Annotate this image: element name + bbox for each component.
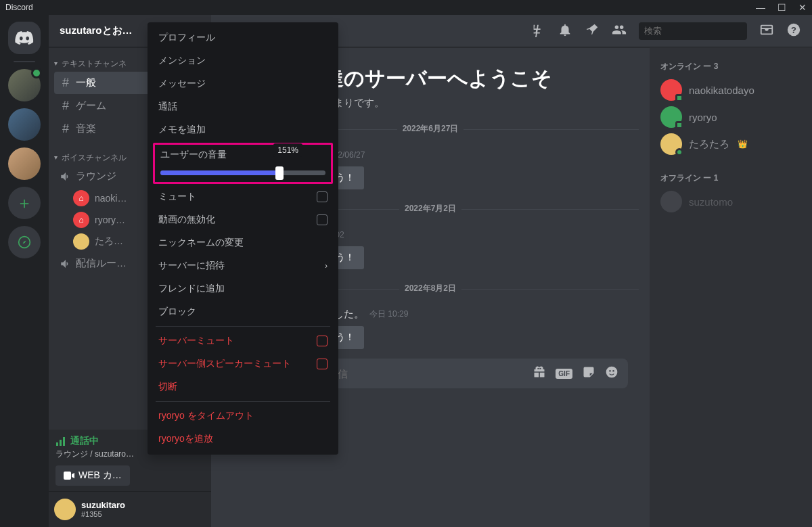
compass-icon (18, 235, 31, 249)
svg-rect-1 (56, 442, 58, 446)
svg-rect-2 (60, 440, 62, 446)
checkbox-icon (317, 336, 328, 346)
ctx-timeout[interactable]: ryoryo をタイムアウト (153, 405, 333, 428)
hash-icon: # (60, 76, 72, 90)
ctx-add-note[interactable]: メモを追加 (153, 118, 333, 141)
server-list: ＋ (0, 15, 49, 527)
ctx-server-mute[interactable]: サーバーミュート (153, 329, 333, 352)
maximize-icon[interactable]: ☐ (777, 2, 786, 13)
member-item[interactable]: たろたろ👑 (655, 131, 807, 158)
crown-icon: 👑 (738, 139, 748, 149)
video-button[interactable]: WEB カ… (55, 465, 130, 486)
server-separator (14, 61, 35, 62)
emoji-icon[interactable] (605, 365, 618, 382)
self-tag: #1355 (81, 510, 125, 518)
avatar (660, 191, 682, 212)
ctx-mute[interactable]: ミュート (153, 185, 333, 208)
status-online-icon (675, 148, 683, 156)
camera-icon (64, 472, 74, 480)
server-item[interactable] (8, 147, 41, 180)
inbox-icon[interactable] (759, 22, 774, 39)
svg-text:?: ? (791, 25, 796, 35)
gift-icon[interactable] (533, 365, 546, 382)
sticker-icon[interactable] (582, 365, 595, 382)
ctx-user-volume[interactable]: ユーザーの音量 151% (153, 143, 333, 184)
self-username: suzukitaro (81, 501, 125, 510)
gif-button[interactable]: GIF (556, 369, 572, 379)
offline-heading: オフライン ー 1 (655, 170, 807, 188)
volume-fill (160, 170, 279, 175)
member-item[interactable]: ryoryo (655, 104, 807, 131)
threads-icon[interactable] (531, 22, 545, 39)
ctx-message[interactable]: メッセージ (153, 72, 333, 95)
hash-icon: # (60, 99, 72, 113)
avatar (660, 79, 682, 101)
user-area[interactable]: suzukitaro #1355 (49, 492, 211, 527)
channel-label: 配信ルー… (76, 257, 127, 270)
ctx-separator (156, 326, 330, 327)
avatar (660, 106, 682, 128)
discord-logo-icon (15, 31, 34, 45)
ctx-invite-server[interactable]: サーバーに招待› (153, 254, 333, 277)
ctx-kick[interactable]: ryoryoを追放 (153, 428, 333, 451)
svg-point-10 (612, 370, 614, 372)
search-box[interactable] (639, 22, 747, 40)
ctx-block[interactable]: ブロック (153, 300, 333, 323)
checkbox-icon (317, 359, 328, 369)
avatar: ⌂ (73, 212, 89, 228)
server-title: suzutaroとお… (60, 24, 133, 37)
home-button[interactable] (8, 22, 41, 54)
explore-servers-button[interactable] (8, 226, 41, 258)
online-heading: オンライン ー 3 (655, 58, 807, 76)
status-mobile-icon (675, 121, 683, 129)
volume-tooltip: 151% (273, 143, 302, 157)
speaker-icon (60, 170, 72, 183)
svg-rect-3 (63, 437, 65, 446)
members-icon[interactable] (612, 22, 627, 39)
add-server-button[interactable]: ＋ (8, 187, 41, 219)
ctx-disable-video[interactable]: 動画の無効化 (153, 208, 333, 231)
avatar: ⌂ (73, 190, 89, 206)
pinned-icon[interactable] (585, 22, 600, 39)
channel-label: ゲーム (76, 99, 106, 112)
svg-rect-4 (64, 472, 71, 480)
ctx-separator (156, 401, 330, 402)
volume-thumb[interactable] (275, 166, 284, 180)
server-item[interactable] (8, 108, 41, 141)
member-item[interactable]: naokikatodayo (655, 76, 807, 104)
search-input[interactable] (644, 26, 758, 36)
ctx-add-friend[interactable]: フレンドに追加 (153, 277, 333, 300)
members-sidebar: オンライン ー 3 naokikatodayo ryoryo たろたろ👑 オフラ… (650, 47, 812, 527)
ctx-profile[interactable]: プロフィール (153, 26, 333, 49)
self-avatar (54, 499, 76, 520)
volume-slider[interactable] (160, 170, 325, 175)
channel-label: 音楽 (76, 122, 96, 135)
server-item[interactable] (8, 69, 41, 101)
voice-badge-icon (31, 68, 42, 78)
ctx-mention[interactable]: メンション (153, 49, 333, 72)
checkbox-icon (317, 214, 328, 225)
close-icon[interactable]: ✕ (798, 2, 807, 13)
avatar (73, 233, 89, 250)
chevron-right-icon: › (325, 261, 328, 271)
speaker-icon (60, 258, 72, 270)
member-item[interactable]: suzutomo (655, 188, 807, 215)
ctx-call[interactable]: 通話 (153, 95, 333, 118)
window-titlebar: Discord ― ☐ ✕ (0, 0, 812, 15)
help-icon[interactable]: ? (786, 22, 801, 39)
app-name: Discord (5, 3, 33, 12)
notifications-icon[interactable] (558, 22, 572, 39)
svg-point-9 (609, 370, 611, 372)
channel-label: ラウンジ (76, 170, 116, 183)
signal-icon (55, 436, 66, 446)
ctx-disconnect[interactable]: 切断 (153, 375, 333, 398)
channel-label: 一般 (76, 76, 96, 89)
status-mobile-icon (675, 94, 683, 102)
avatar (660, 133, 682, 155)
ctx-change-nick[interactable]: ニックネームの変更 (153, 231, 333, 254)
ctx-server-deafen[interactable]: サーバー側スピーカーミュート (153, 352, 333, 375)
user-context-menu: プロフィール メンション メッセージ 通話 メモを追加 ユーザーの音量 151%… (148, 22, 338, 455)
minimize-icon[interactable]: ― (756, 2, 765, 13)
timestamp: 今日 10:29 (369, 308, 408, 320)
svg-point-8 (606, 367, 618, 378)
